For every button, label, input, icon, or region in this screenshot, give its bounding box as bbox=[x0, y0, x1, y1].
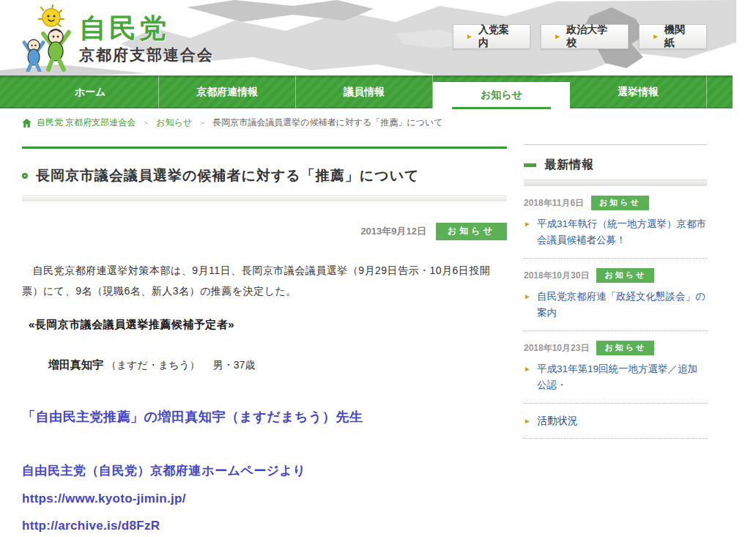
arrow-right-icon: ► bbox=[524, 418, 531, 425]
breadcrumb: 自民党 京都府支部連合会 ＞ お知らせ ＞ 長岡京市議会議員選挙の候補者に対する… bbox=[22, 116, 442, 129]
candidate-name: 増田真知宇 bbox=[48, 358, 103, 371]
nav-tab-news-active[interactable]: お知らせ bbox=[433, 82, 570, 116]
archive-url-link[interactable]: http://archive.is/d8FzR bbox=[22, 519, 507, 533]
news-link-text[interactable]: 自民党京都府連「政経文化懇談会」の案内 bbox=[537, 289, 707, 321]
article-main: 長岡京市議会議員選挙の候補者に対する「推薦」について 2013年9月12日 お知… bbox=[22, 147, 507, 533]
nav-tab-kyoto-info-label: 京都府連情報 bbox=[196, 86, 258, 97]
highlight-heading: 「自由民主党推薦」の増田真知宇（ますだまちう）先生 bbox=[22, 408, 507, 426]
site-logo[interactable]: 自民党 京都府支部連合会 bbox=[19, 4, 214, 72]
candidate-details: （ますだ・まちう） 男・37歳 bbox=[106, 359, 255, 371]
breadcrumb-separator: ＞ bbox=[199, 118, 206, 128]
site-subtitle: 京都府支部連合会 bbox=[79, 45, 214, 65]
nav-tab-election[interactable]: 選挙情報 bbox=[570, 75, 707, 108]
sidebar-activity-link[interactable]: ► 活動状況 bbox=[524, 404, 707, 439]
nav-tab-home-label: ホーム bbox=[75, 86, 106, 97]
home-icon bbox=[22, 119, 32, 127]
news-badge: お知らせ bbox=[596, 341, 654, 355]
join-party-label: 入党案内 bbox=[478, 23, 517, 50]
article-title-block: 長岡京市議会議員選挙の候補者に対する「推薦」について bbox=[22, 147, 507, 201]
nav-tab-election-label: 選挙情報 bbox=[618, 86, 659, 97]
mascot-icon bbox=[19, 4, 75, 72]
site-header: 自民党 京都府支部連合会 ► 入党案内 ► 政治大学校 ► 機関紙 bbox=[0, 0, 736, 75]
arrow-right-icon: ► bbox=[466, 33, 473, 40]
arrow-right-icon: ► bbox=[652, 33, 659, 40]
sidebar-heading-strip bbox=[524, 179, 707, 186]
arrow-right-icon: ► bbox=[524, 221, 531, 248]
site-title: 自民党 bbox=[79, 15, 214, 43]
nav-tab-kyoto-info[interactable]: 京都府連情報 bbox=[159, 75, 296, 108]
politics-school-button[interactable]: ► 政治大学校 bbox=[541, 24, 629, 49]
source-url-link[interactable]: https://www.kyoto-jimin.jp/ bbox=[22, 492, 507, 506]
breadcrumb-news-link[interactable]: お知らせ bbox=[156, 116, 192, 129]
party-paper-button[interactable]: ► 機関紙 bbox=[639, 24, 707, 49]
header-buttons: ► 入党案内 ► 政治大学校 ► 機関紙 bbox=[453, 24, 707, 49]
category-badge: お知らせ bbox=[436, 223, 507, 240]
arrow-right-icon: ► bbox=[524, 366, 531, 393]
article-date: 2013年9月12日 bbox=[360, 225, 426, 238]
news-date: 2018年11月6日 bbox=[524, 197, 584, 210]
green-bar-icon bbox=[524, 163, 536, 167]
sidebar-heading: 最新情報 bbox=[544, 158, 594, 173]
article-subheading: «長岡京市議会議員選挙推薦候補予定者» bbox=[22, 318, 507, 332]
article-title: 長岡京市議会議員選挙の候補者に対する「推薦」について bbox=[36, 166, 420, 185]
news-link-text[interactable]: 平成31年第19回統一地方選挙／追加公認・ bbox=[537, 361, 707, 393]
news-badge: お知らせ bbox=[591, 196, 649, 210]
nav-tab-news[interactable]: お知らせ bbox=[433, 75, 570, 108]
news-badge: お知らせ bbox=[596, 268, 654, 283]
article-meta-row: 2013年9月12日 お知らせ bbox=[22, 223, 507, 240]
news-item[interactable]: 2018年10月30日 お知らせ ► 自民党京都府連「政経文化懇談会」の案内 bbox=[524, 259, 707, 331]
title-bottom-strip bbox=[22, 195, 507, 201]
ring-bullet-icon bbox=[22, 173, 28, 179]
arrow-right-icon: ► bbox=[554, 33, 561, 40]
news-item[interactable]: 2018年10月23日 お知らせ ► 平成31年第19回統一地方選挙／追加公認・ bbox=[524, 331, 707, 404]
breadcrumb-separator: ＞ bbox=[142, 118, 149, 128]
main-nav: ホーム 京都府連情報 議員情報 お知らせ 選挙情報 bbox=[0, 75, 733, 108]
breadcrumb-home-link[interactable]: 自民党 京都府支部連合会 bbox=[37, 116, 136, 129]
party-paper-label: 機関紙 bbox=[664, 23, 694, 50]
news-link-text[interactable]: 平成31年執行（統一地方選挙）京都市会議員候補者公募！ bbox=[537, 216, 707, 248]
activity-link-label: 活動状況 bbox=[537, 415, 578, 428]
breadcrumb-current-page: 長岡京市議会議員選挙の候補者に対する「推薦」について bbox=[212, 116, 442, 129]
news-date: 2018年10月23日 bbox=[524, 342, 589, 355]
news-date: 2018年10月30日 bbox=[524, 270, 589, 282]
nav-tab-home[interactable]: ホーム bbox=[22, 75, 159, 108]
arrow-right-icon: ► bbox=[524, 293, 531, 321]
sidebar-latest-news: 最新情報 2018年11月6日 お知らせ ► 平成31年執行（統一地方選挙）京都… bbox=[524, 144, 707, 439]
nav-tab-members[interactable]: 議員情報 bbox=[296, 75, 433, 108]
politics-school-label: 政治大学校 bbox=[566, 23, 615, 50]
join-party-button[interactable]: ► 入党案内 bbox=[453, 24, 530, 49]
news-item[interactable]: 2018年11月6日 お知らせ ► 平成31年執行（統一地方選挙）京都市会議員候… bbox=[524, 186, 707, 259]
nav-tab-members-label: 議員情報 bbox=[344, 86, 385, 97]
candidate-line: 増田真知宇 （ますだ・まちう） 男・37歳 bbox=[22, 358, 507, 372]
article-paragraph: 自民党京都府連選挙対策本部は、9月11日、長岡京市議会議員選挙（9月29日告示・… bbox=[22, 260, 507, 301]
source-line: 自由民主党（自民党）京都府連ホームページより bbox=[22, 462, 507, 479]
nav-tab-news-label: お知らせ bbox=[481, 89, 522, 100]
